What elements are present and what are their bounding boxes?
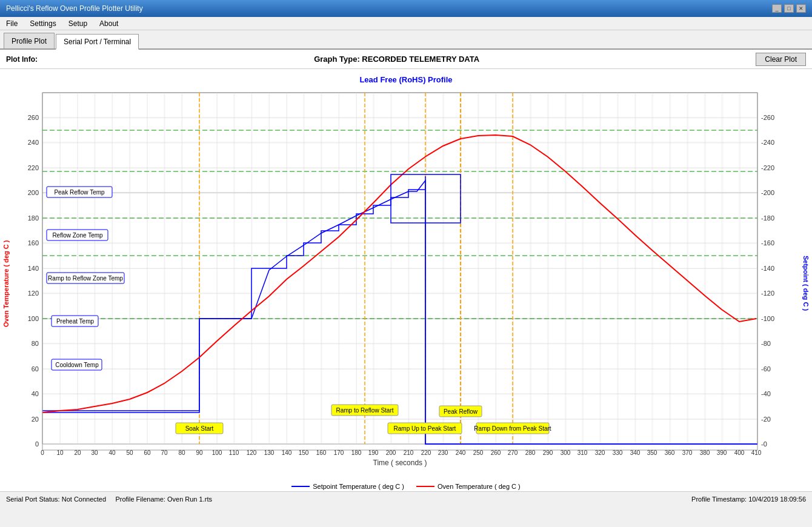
svg-text:200: 200 xyxy=(28,189,39,196)
legend-bar: Setpoint Temperature ( deg C ) Oven Temp… xyxy=(0,480,812,491)
chart-svg: 0 20 40 60 80 100 120 140 160 180 200 22… xyxy=(12,87,782,480)
graph-type-label: Graph Type: RECORDED TELEMETRY DATA xyxy=(314,55,479,64)
svg-text:40: 40 xyxy=(108,449,116,456)
svg-text:-40: -40 xyxy=(761,390,771,397)
svg-text:-160: -160 xyxy=(761,239,774,247)
svg-text:400: 400 xyxy=(734,449,745,456)
svg-text:Ramp Down from Peak Start: Ramp Down from Peak Start xyxy=(474,425,551,432)
svg-text:230: 230 xyxy=(438,449,448,456)
title-bar: Pellicci's Reflow Oven Profile Plotter U… xyxy=(0,0,812,17)
svg-text:260: 260 xyxy=(28,114,39,121)
svg-text:70: 70 xyxy=(161,449,168,456)
svg-text:180: 180 xyxy=(28,214,39,222)
menu-settings[interactable]: Settings xyxy=(24,18,62,29)
legend-setpoint: Setpoint Temperature ( deg C ) xyxy=(291,483,404,490)
svg-text:-240: -240 xyxy=(761,139,774,146)
svg-text:40: 40 xyxy=(32,390,39,397)
svg-text:320: 320 xyxy=(595,449,605,456)
status-right: Profile Timestamp: 10/4/2019 18:09:56 xyxy=(691,496,806,503)
legend-setpoint-line xyxy=(291,486,310,487)
profile-timestamp: Profile Timestamp: 10/4/2019 18:09:56 xyxy=(691,496,806,503)
svg-text:120: 120 xyxy=(28,290,39,297)
svg-text:Peak Reflow Temp: Peak Reflow Temp xyxy=(54,189,105,196)
svg-text:140: 140 xyxy=(28,265,39,272)
svg-text:280: 280 xyxy=(525,449,536,456)
svg-text:410: 410 xyxy=(751,449,762,456)
svg-text:100: 100 xyxy=(212,449,222,456)
svg-text:160: 160 xyxy=(316,449,327,456)
menu-about[interactable]: About xyxy=(93,18,124,29)
status-left: Serial Port Status: Not Connected Profil… xyxy=(6,496,212,503)
svg-text:370: 370 xyxy=(682,449,693,456)
svg-text:30: 30 xyxy=(91,449,98,456)
svg-text:0: 0 xyxy=(41,449,44,456)
svg-text:60: 60 xyxy=(32,365,39,373)
svg-text:Ramp to Reflow Start: Ramp to Reflow Start xyxy=(336,407,393,414)
tabs-bar: Profile Plot Serial Port / Terminal xyxy=(0,30,812,50)
svg-text:0: 0 xyxy=(35,440,39,448)
svg-text:240: 240 xyxy=(456,449,466,456)
svg-text:-200: -200 xyxy=(761,189,774,196)
close-button[interactable]: ✕ xyxy=(796,4,806,13)
chart-area: Oven Temperature ( deg C ) xyxy=(0,87,812,480)
svg-text:160: 160 xyxy=(28,239,39,247)
svg-text:60: 60 xyxy=(144,449,151,456)
svg-text:100: 100 xyxy=(28,315,39,322)
menu-file[interactable]: File xyxy=(0,18,24,29)
minimize-button[interactable]: _ xyxy=(772,4,782,13)
svg-text:50: 50 xyxy=(126,449,133,456)
svg-text:Soak Start: Soak Start xyxy=(185,425,214,432)
svg-text:120: 120 xyxy=(247,449,257,456)
clear-plot-button[interactable]: Clear Plot xyxy=(756,53,806,66)
svg-text:80: 80 xyxy=(32,340,39,347)
svg-text:80: 80 xyxy=(178,449,185,456)
plot-info-bar: Plot Info: Graph Type: RECORDED TELEMETR… xyxy=(0,50,812,69)
chart-inner: 0 20 40 60 80 100 120 140 160 180 200 22… xyxy=(12,87,800,480)
svg-text:-80: -80 xyxy=(761,340,771,347)
svg-text:220: 220 xyxy=(421,449,431,456)
profile-filename: Profile Filename: Oven Run 1.rts xyxy=(115,496,212,503)
svg-text:220: 220 xyxy=(28,164,39,171)
svg-text:-220: -220 xyxy=(761,164,774,171)
svg-text:Peak Reflow: Peak Reflow xyxy=(444,408,478,415)
y-axis-right-label: Setpoint ( deg C ) xyxy=(800,87,812,480)
svg-text:20: 20 xyxy=(74,449,81,456)
svg-text:-120: -120 xyxy=(761,290,774,297)
legend-oven-line xyxy=(416,486,434,487)
svg-text:270: 270 xyxy=(508,449,518,456)
maximize-button[interactable]: □ xyxy=(784,4,794,13)
svg-text:200: 200 xyxy=(386,449,396,456)
svg-text:250: 250 xyxy=(473,449,484,456)
svg-text:380: 380 xyxy=(700,449,710,456)
svg-text:Preheat Temp: Preheat Temp xyxy=(56,318,95,325)
svg-text:-260: -260 xyxy=(761,114,774,121)
svg-text:170: 170 xyxy=(334,449,344,456)
svg-text:340: 340 xyxy=(630,449,641,456)
svg-text:-180: -180 xyxy=(761,214,774,222)
tab-serial-port-terminal[interactable]: Serial Port / Terminal xyxy=(56,34,139,50)
status-bar: Serial Port Status: Not Connected Profil… xyxy=(0,491,812,506)
svg-text:290: 290 xyxy=(543,449,553,456)
svg-text:300: 300 xyxy=(561,449,571,456)
svg-text:Ramp Up to Peak Start: Ramp Up to Peak Start xyxy=(394,425,456,432)
svg-text:-140: -140 xyxy=(761,265,774,272)
window-controls: _ □ ✕ xyxy=(772,4,806,13)
svg-text:-60: -60 xyxy=(761,365,771,373)
menu-setup[interactable]: Setup xyxy=(62,18,93,29)
svg-text:260: 260 xyxy=(491,449,501,456)
window-title: Pellicci's Reflow Oven Profile Plotter U… xyxy=(6,4,143,13)
menu-bar: File Settings Setup About xyxy=(0,17,812,30)
svg-text:Time ( seconds ): Time ( seconds ) xyxy=(373,459,427,467)
svg-text:110: 110 xyxy=(229,449,239,456)
svg-text:90: 90 xyxy=(196,449,203,456)
serial-port-status: Serial Port Status: Not Connected xyxy=(6,496,106,503)
svg-text:330: 330 xyxy=(613,449,623,456)
chart-container: Lead Free (RoHS) Profile Oven Temperatur… xyxy=(0,69,812,491)
svg-text:350: 350 xyxy=(647,449,657,456)
svg-text:240: 240 xyxy=(28,139,39,146)
y-axis-left-label: Oven Temperature ( deg C ) xyxy=(0,87,12,480)
svg-text:-20: -20 xyxy=(761,416,771,423)
svg-text:20: 20 xyxy=(32,416,39,423)
tab-profile-plot[interactable]: Profile Plot xyxy=(4,33,55,48)
chart-title: Lead Free (RoHS) Profile xyxy=(0,75,812,84)
